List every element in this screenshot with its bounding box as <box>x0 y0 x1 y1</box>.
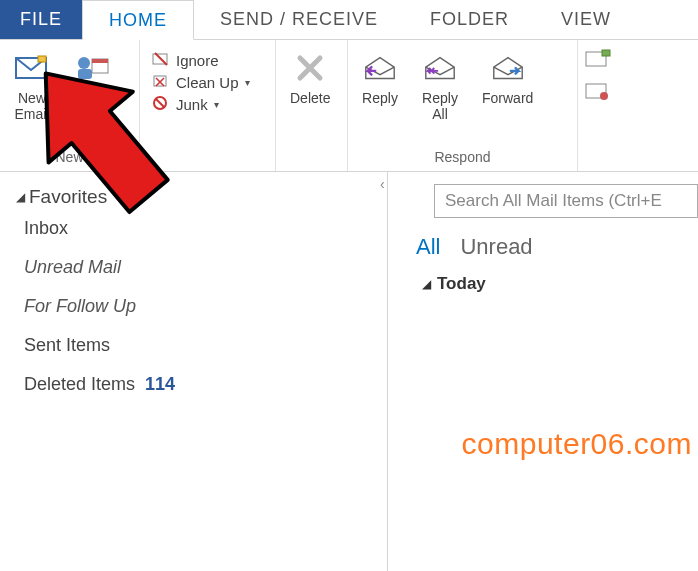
group-caption-cleanup <box>148 163 267 169</box>
delete-label: Delete <box>290 90 330 106</box>
tab-send-receive[interactable]: SEND / RECEIVE <box>194 0 404 39</box>
folder-list: Inbox Unread Mail For Follow Up Sent Ite… <box>16 218 371 395</box>
tab-view[interactable]: VIEW <box>535 0 637 39</box>
tab-folder[interactable]: FOLDER <box>404 0 535 39</box>
delete-button[interactable]: Delete <box>284 46 336 163</box>
date-group-today[interactable]: ◢ Today <box>406 274 698 294</box>
chevron-down-icon: ▾ <box>245 77 250 88</box>
person-calendar-icon <box>74 50 110 86</box>
meeting-icon[interactable] <box>584 48 612 70</box>
svg-rect-3 <box>78 69 92 79</box>
watermark: computer06.com <box>462 427 692 461</box>
svg-rect-5 <box>92 59 108 63</box>
group-caption-respond: Respond <box>356 147 569 169</box>
filter-tabs: All Unread <box>406 234 698 260</box>
tab-file[interactable]: FILE <box>0 0 82 39</box>
folder-sent-items[interactable]: Sent Items <box>24 335 371 356</box>
collapse-caret-icon: ◢ <box>422 277 431 291</box>
reply-button[interactable]: Reply <box>356 46 404 147</box>
ribbon-extra <box>578 40 618 171</box>
forward-label: Forward <box>482 90 533 106</box>
group-caption-delete <box>284 163 339 169</box>
ignore-button[interactable]: Ignore <box>148 50 267 70</box>
folder-inbox[interactable]: Inbox <box>24 218 371 239</box>
filter-all[interactable]: All <box>416 234 440 260</box>
tab-home[interactable]: HOME <box>82 0 194 40</box>
deleted-label: Deleted Items <box>24 374 135 395</box>
new-items-label: Ite <box>84 90 100 106</box>
search-input[interactable]: Search All Mail Items (Ctrl+E <box>434 184 698 218</box>
svg-rect-10 <box>602 50 610 56</box>
svg-point-2 <box>78 57 90 69</box>
folder-deleted-items[interactable]: Deleted Items 114 <box>24 374 371 395</box>
folder-unread-mail[interactable]: Unread Mail <box>24 257 371 278</box>
group-caption-new: New <box>8 147 131 169</box>
folder-follow-up[interactable]: For Follow Up <box>24 296 371 317</box>
envelope-icon <box>14 50 50 86</box>
cleanup-button[interactable]: Clean Up ▾ <box>148 72 267 92</box>
filter-unread[interactable]: Unread <box>460 234 532 260</box>
svg-rect-1 <box>38 56 46 62</box>
junk-icon <box>152 95 170 113</box>
new-items-button[interactable]: Ite <box>68 46 116 147</box>
folder-pane: ◢ Favorites Inbox Unread Mail For Follow… <box>0 172 388 571</box>
ignore-label: Ignore <box>176 52 219 69</box>
reply-all-button[interactable]: Reply All <box>416 46 464 147</box>
delete-x-icon <box>292 50 328 86</box>
reply-all-icon <box>422 50 458 86</box>
reply-label: Reply <box>362 90 398 106</box>
svg-point-12 <box>600 92 608 100</box>
ribbon: New Email Ite New Ignore <box>0 40 698 172</box>
more-icon[interactable] <box>584 80 612 102</box>
forward-icon <box>490 50 526 86</box>
ribbon-group-delete: Delete <box>276 40 348 171</box>
cleanup-label: Clean Up <box>176 74 239 91</box>
deleted-count: 114 <box>145 374 175 395</box>
junk-label: Junk <box>176 96 208 113</box>
new-email-label: New Email <box>14 90 49 122</box>
forward-button[interactable]: Forward <box>476 46 539 147</box>
ignore-icon <box>152 51 170 69</box>
junk-button[interactable]: Junk ▾ <box>148 94 267 114</box>
favorites-label: Favorites <box>29 186 107 208</box>
chevron-down-icon: ▾ <box>214 99 219 110</box>
reply-all-label: Reply All <box>422 90 458 122</box>
cleanup-icon <box>152 73 170 91</box>
pane-collapse-icon[interactable]: ‹ <box>380 176 385 192</box>
ribbon-group-respond: Reply Reply All Forward Respond <box>348 40 578 171</box>
reply-icon <box>362 50 398 86</box>
tab-strip: FILE HOME SEND / RECEIVE FOLDER VIEW <box>0 0 698 40</box>
ribbon-group-cleanup: Ignore Clean Up ▾ Junk ▾ <box>140 40 276 171</box>
favorites-header[interactable]: ◢ Favorites <box>16 186 371 208</box>
ribbon-group-new: New Email Ite New <box>0 40 140 171</box>
message-pane: ‹ Search All Mail Items (Ctrl+E All Unre… <box>388 172 698 571</box>
main: ◢ Favorites Inbox Unread Mail For Follow… <box>0 172 698 571</box>
new-email-button[interactable]: New Email <box>8 46 56 147</box>
collapse-caret-icon: ◢ <box>16 190 25 204</box>
today-label: Today <box>437 274 486 294</box>
